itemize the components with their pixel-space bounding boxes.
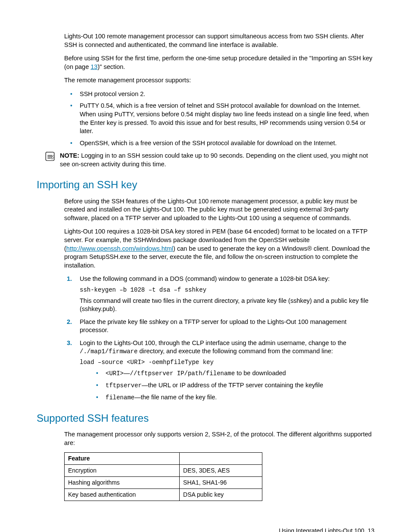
list-item: <URI>—//tftpserver IP/path/filename to b… xyxy=(80,369,374,378)
table-row: Key based authentication DSA public key xyxy=(65,489,262,501)
note-icon xyxy=(44,152,60,165)
importing-p1: Before using the SSH features of the Lig… xyxy=(64,197,374,223)
list-item: OpenSSH, which is a free version of the … xyxy=(64,139,374,148)
note-text: NOTE: Logging in to an SSH session could… xyxy=(60,152,374,168)
list-item: SSH protocol version 2. xyxy=(64,90,374,99)
step-1: Use the following command in a DOS (comm… xyxy=(64,275,374,314)
page-footer: Using Integrated Lights-Out 100 13 xyxy=(37,527,374,532)
importing-steps: Use the following command in a DOS (comm… xyxy=(64,275,374,402)
intro-p3: The remote management processor supports… xyxy=(64,76,374,85)
note-block: NOTE: Logging in to an SSH session could… xyxy=(44,152,374,168)
intro-bullets: SSH protocol version 2. PuTTY 0.54, whic… xyxy=(64,90,374,147)
step-2: Place the private key file sshkey on a T… xyxy=(64,318,374,335)
step3-code: load –source <URI> -oemhpfileType key xyxy=(80,358,374,367)
step1-code: ssh-keygen –b 1028 –t dsa –f sshkey xyxy=(80,286,374,294)
supported-p1: The management processor only supports v… xyxy=(64,430,374,447)
importing-heading: Importing an SSH key xyxy=(37,178,374,192)
intro-p2: Before using SSH for the first time, per… xyxy=(64,54,374,71)
importing-section: Before using the SSH features of the Lig… xyxy=(64,197,374,402)
step3-subbullets: <URI>—//tftpserver IP/path/filename to b… xyxy=(80,369,374,402)
importing-p2: Lights-Out 100 requires a 1028-bit DSA k… xyxy=(64,227,374,270)
intro-section: Lights-Out 100 remote management process… xyxy=(64,32,374,147)
list-item: filename—the file name of the key file. xyxy=(80,393,374,402)
supported-heading: Supported SSH features xyxy=(37,411,374,425)
page-number: 13 xyxy=(367,527,374,532)
features-table: Feature Encryption DES, 3DES, AES Hashin… xyxy=(64,452,262,501)
step-3: Login to the Lights-Out 100, through the… xyxy=(64,339,374,402)
value-header xyxy=(180,453,262,465)
table-header-row: Feature xyxy=(65,453,262,465)
page-link-13[interactable]: 13 xyxy=(90,63,97,70)
table-row: Encryption DES, 3DES, AES xyxy=(65,465,262,477)
list-item: PuTTY 0.54, which is a free version of t… xyxy=(64,102,374,135)
table-row: Hashing algorithms SHA1, SHA1-96 xyxy=(65,477,262,489)
feature-header: Feature xyxy=(65,453,180,465)
intro-p1: Lights-Out 100 remote management process… xyxy=(64,32,374,49)
supported-section: The management processor only supports v… xyxy=(64,430,374,501)
list-item: tftpserver—the URL or IP address of the … xyxy=(80,381,374,390)
openssh-link[interactable]: http://www.openssh.com/windows.html xyxy=(66,245,173,252)
